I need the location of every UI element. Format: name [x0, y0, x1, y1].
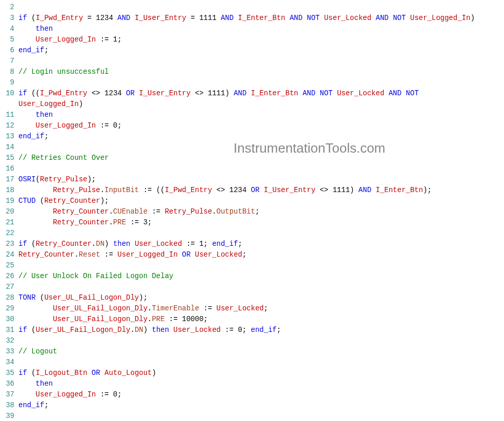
line-number: 27 — [0, 282, 18, 292]
token-com: // Logout — [18, 347, 57, 355]
line-number: 6 — [0, 45, 18, 56]
token-num: 0 — [113, 121, 117, 130]
token-var: I_Pwd_Entry — [40, 89, 87, 97]
token-kw: AND — [117, 14, 130, 22]
line-number: 11 — [0, 110, 18, 120]
token-pun: ( — [31, 240, 35, 248]
token-num: 1234 — [229, 186, 247, 194]
token-prop: DN — [96, 240, 104, 248]
token-num: 0 — [113, 390, 117, 398]
line-number: 25 — [0, 260, 18, 271]
token-plain — [122, 89, 126, 97]
token-var: User_Logged_In — [18, 100, 79, 108]
token-var: User_UL_Fail_Logon_Dly — [36, 326, 131, 334]
token-op: := — [100, 121, 109, 130]
code-line: 30 User_UL_Fail_Logon_Dly.PRE := 10000; — [0, 314, 504, 325]
code-line: 10if ((I_Pwd_Entry <> 1234 OR I_User_Ent… — [0, 88, 504, 99]
token-pun: . — [212, 207, 216, 216]
token-var: Retry_Counter — [44, 197, 100, 205]
token-pun: ); — [87, 175, 96, 183]
token-plain — [148, 326, 152, 334]
token-var: Retry_Pulse — [40, 175, 87, 183]
token-pun: ; — [117, 35, 121, 44]
token-var: I_Logout_Btn — [36, 369, 88, 377]
token-kw: CTUD — [18, 197, 36, 205]
token-kw: then — [36, 111, 53, 119]
token-kw: AND — [234, 89, 246, 97]
code-content — [18, 56, 504, 67]
token-plain — [96, 121, 100, 130]
token-plain — [384, 89, 388, 97]
line-number: 31 — [0, 325, 18, 335]
code-content: // User Unlock On Failed Logon Delay — [18, 271, 504, 282]
token-plain — [246, 326, 250, 334]
token-plain — [371, 14, 375, 22]
line-number: 22 — [0, 228, 18, 239]
line-number: 7 — [0, 56, 18, 67]
code-content — [18, 228, 504, 239]
token-var: User_Logged_In — [36, 35, 96, 44]
line-number: 9 — [0, 77, 18, 88]
code-content: User_Logged_In := 1; — [18, 34, 504, 45]
token-pun: ( — [36, 175, 40, 183]
code-content: Retry_Pulse.InputBit := ((I_Pwd_Entry <>… — [18, 185, 504, 196]
line-number: 37 — [0, 389, 18, 400]
token-kw: if — [18, 240, 27, 248]
token-var: Retry_Counter — [53, 207, 109, 216]
token-prop: OutputBit — [217, 207, 256, 216]
token-plain — [212, 304, 216, 312]
token-plain — [203, 89, 207, 97]
token-op: := — [186, 240, 195, 248]
code-line: 6end_if; — [0, 45, 504, 56]
token-kw: AND — [376, 14, 389, 22]
token-kw: AND — [389, 89, 402, 97]
token-pun: ; — [117, 390, 121, 398]
token-com: // Retries Count Over — [18, 154, 109, 162]
token-var: I_Pwd_Entry — [165, 186, 212, 194]
code-line: 5 User_Logged_In := 1; — [0, 34, 504, 45]
token-plain — [113, 250, 117, 259]
token-pun: ( — [31, 14, 35, 22]
token-com: // Login unsuccessful — [18, 68, 109, 76]
code-line: 16 — [0, 163, 504, 174]
token-pun: (( — [156, 186, 165, 194]
token-kw: OR — [126, 89, 135, 97]
token-plain — [320, 14, 324, 22]
code-content: Retry_Counter.Reset := User_Logged_In OR… — [18, 249, 504, 260]
token-pun: ; — [203, 315, 207, 323]
token-plain — [27, 240, 31, 248]
token-var: User_Logged_In — [117, 250, 178, 259]
code-line: 12 User_Logged_In := 0; — [0, 120, 504, 131]
token-plain — [100, 89, 104, 97]
line-number: 8 — [0, 67, 18, 77]
token-num: 1111 — [208, 89, 225, 97]
token-var: Retry_Counter — [18, 250, 74, 259]
token-plain — [354, 186, 358, 194]
line-number: 23 — [0, 239, 18, 249]
token-plain — [316, 186, 320, 194]
code-line: 21 Retry_Counter.PRE := 3; — [0, 217, 504, 228]
token-kw: AND — [221, 14, 234, 22]
token-kw: AND — [359, 186, 371, 194]
token-kw: then — [36, 25, 53, 33]
token-plain — [212, 186, 216, 194]
token-pun: . — [109, 207, 113, 216]
code-line: 22 — [0, 228, 504, 239]
token-var: User_Logged_In — [36, 121, 96, 130]
token-plain — [195, 14, 199, 22]
token-prop: CUEnable — [113, 207, 148, 216]
code-line: 3if (I_Pwd_Entry = 1234 AND I_User_Entry… — [0, 13, 504, 24]
token-plain — [191, 89, 195, 97]
token-num: 1234 — [104, 89, 122, 97]
token-kw: OR — [92, 369, 100, 377]
code-content — [18, 142, 504, 153]
token-num: 0 — [238, 326, 242, 334]
token-kw: then — [113, 240, 131, 248]
token-pun: ); — [139, 293, 148, 302]
token-var: I_Enter_Btn — [251, 89, 298, 97]
code-line: 7 — [0, 56, 504, 67]
token-kw: NOT — [307, 14, 320, 22]
code-content — [18, 335, 504, 346]
token-plain — [109, 390, 113, 398]
token-pun: ) — [143, 326, 148, 334]
